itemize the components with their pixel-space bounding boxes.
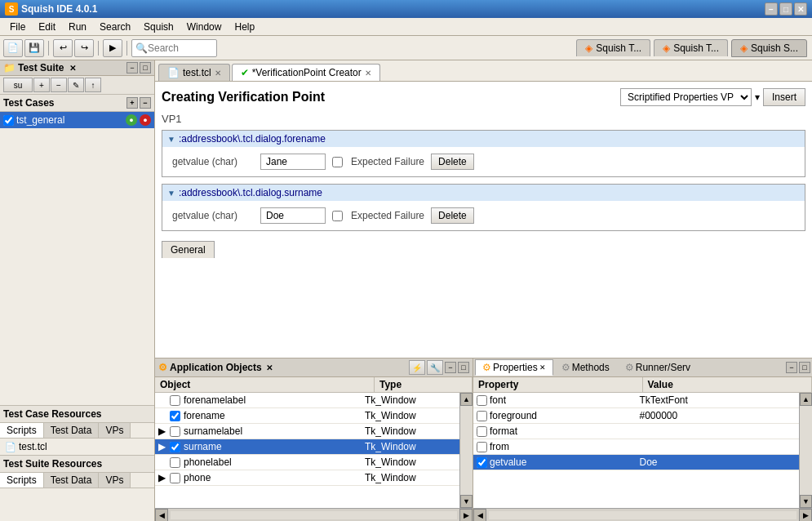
props-row-getvalue[interactable]: getvalue Doe (473, 455, 799, 470)
props-row-format[interactable]: format (473, 424, 799, 439)
menu-squish[interactable]: Squish (137, 20, 180, 34)
props-scroll-right[interactable]: ▶ (799, 509, 812, 522)
insert-button[interactable]: Insert (763, 88, 805, 106)
vp-section-surname-header[interactable]: ▼ :addressbook\.tcl.dialog.surname (162, 185, 805, 201)
ao-scroll-thumb[interactable] (460, 406, 473, 495)
menu-window[interactable]: Window (180, 20, 229, 34)
expand-icon-3[interactable]: ▶ (158, 441, 168, 452)
panel-maximize-btn[interactable]: □ (140, 62, 151, 73)
menu-file[interactable]: File (3, 20, 32, 34)
expand-icon-5[interactable]: ▶ (158, 472, 168, 483)
props-tab-methods[interactable]: ⚙ Methods (554, 359, 617, 376)
ao-scroll-left[interactable]: ◀ (155, 509, 168, 522)
suite-tab-vps[interactable]: VPs (99, 473, 131, 488)
ao-hscroll-thumb[interactable] (171, 511, 457, 519)
ao-check-4[interactable] (170, 457, 180, 468)
props-minimize-btn[interactable]: − (786, 362, 797, 373)
props-row-foreground[interactable]: foreground #000000 (473, 408, 799, 424)
props-row-font[interactable]: font TkTextFont (473, 393, 799, 408)
props-check-getvalue[interactable] (477, 457, 487, 468)
menu-help[interactable]: Help (228, 20, 261, 34)
props-tab-properties[interactable]: ⚙ Properties ✕ (475, 359, 553, 376)
props-check-fg[interactable] (477, 411, 487, 421)
minimize-btn[interactable]: − (765, 2, 778, 16)
props-tab-runner[interactable]: ⚙ Runner/Serv (618, 359, 698, 376)
props-scroll-left[interactable]: ◀ (473, 509, 486, 522)
tab-squish-3[interactable]: ◈ Squish S... (731, 39, 807, 57)
ao-minimize-btn[interactable]: − (445, 362, 456, 373)
run-btn[interactable]: ▶ (103, 39, 122, 57)
new-btn[interactable]: 📄 (3, 39, 23, 57)
ao-row-phonelabel[interactable]: phonelabel Tk_Window (155, 455, 459, 470)
props-row-from[interactable]: from (473, 439, 799, 455)
tc-add-btn[interactable]: + (126, 97, 138, 109)
close-btn[interactable]: ✕ (794, 2, 807, 16)
test-case-item-tst-general[interactable]: tst_general ● ● (0, 112, 154, 128)
ao-scrollbar[interactable]: ▲ ▼ (459, 393, 473, 508)
ao-check-3[interactable] (170, 442, 180, 452)
props-check-font[interactable] (477, 395, 487, 406)
delete-btn-1[interactable]: Delete (431, 207, 474, 224)
props-hscroll-thumb[interactable] (489, 511, 796, 519)
tab-vps[interactable]: VPs (99, 423, 131, 438)
general-tab[interactable]: General (162, 241, 215, 258)
tc-remove-btn[interactable]: − (140, 97, 151, 109)
suite-tab-testdata[interactable]: Test Data (44, 473, 100, 488)
props-check-from[interactable] (477, 442, 487, 452)
test-suite-close[interactable]: ✕ (69, 64, 76, 73)
menu-search[interactable]: Search (93, 20, 137, 34)
edit-btn[interactable]: ✎ (68, 78, 84, 92)
redo-btn[interactable]: ↪ (74, 39, 94, 57)
tab-squish-2[interactable]: ◈ Squish T... (654, 39, 728, 56)
suite-dropdown[interactable]: su (3, 78, 33, 92)
ao-maximize-btn[interactable]: □ (458, 362, 469, 373)
menu-run[interactable]: Run (62, 20, 93, 34)
ao-row-forename[interactable]: forename Tk_Window (155, 408, 459, 424)
tab-test-tcl-close[interactable]: ✕ (215, 69, 221, 78)
ao-row-surname[interactable]: ▶ surname Tk_Window (155, 439, 459, 455)
tab-testdata[interactable]: Test Data (44, 423, 100, 438)
ao-hscrollbar[interactable]: ◀ ▶ (155, 508, 473, 521)
tab-vp-creator[interactable]: ✔ *VerificationPoint Creator ✕ (232, 64, 380, 81)
search-input[interactable] (148, 42, 213, 54)
ao-scroll-up[interactable]: ▲ (460, 393, 473, 406)
ao-close[interactable]: ✕ (266, 363, 273, 372)
props-scroll-thumb[interactable] (800, 406, 812, 495)
props-scroll-up[interactable]: ▲ (800, 393, 812, 406)
ao-check-1[interactable] (170, 411, 180, 421)
ao-scroll-right[interactable]: ▶ (459, 509, 473, 522)
ao-refresh-btn[interactable]: ⚡ (409, 360, 425, 375)
expand-icon-2[interactable]: ▶ (158, 425, 168, 437)
tc-record-btn[interactable]: ● (140, 114, 151, 126)
props-tab-close[interactable]: ✕ (539, 363, 546, 372)
props-check-format[interactable] (477, 426, 487, 437)
save-btn[interactable]: 💾 (24, 39, 44, 57)
ao-check-0[interactable] (170, 395, 180, 406)
add-btn[interactable]: + (33, 78, 50, 92)
ao-scroll-down[interactable]: ▼ (460, 495, 473, 508)
delete-btn-0[interactable]: Delete (431, 154, 474, 170)
panel-minimize-btn[interactable]: − (126, 62, 138, 73)
props-scrollbar[interactable]: ▲ ▼ (799, 393, 812, 508)
search-box[interactable]: 🔍 (131, 39, 217, 57)
ao-row-phone[interactable]: ▶ phone Tk_Window (155, 470, 459, 486)
tab-vp-close[interactable]: ✕ (365, 69, 371, 78)
tab-squish-1[interactable]: ◈ Squish T... (576, 39, 650, 56)
tab-test-tcl[interactable]: 📄 test.tcl ✕ (158, 64, 230, 81)
ao-settings-btn[interactable]: 🔧 (427, 360, 443, 375)
ao-check-5[interactable] (170, 473, 180, 483)
tc-run-btn[interactable]: ● (126, 114, 137, 126)
ao-row-forenamelabel[interactable]: forenamelabel Tk_Window (155, 393, 459, 408)
props-hscrollbar[interactable]: ◀ ▶ (473, 508, 812, 521)
ao-check-2[interactable] (170, 426, 180, 437)
tc-checkbox[interactable] (3, 115, 14, 126)
vp-type-dropdown[interactable]: Scriptified Properties VP (620, 88, 752, 106)
resource-item-test-tcl[interactable]: 📄 test.tcl (3, 440, 151, 453)
props-maximize-btn[interactable]: □ (799, 362, 810, 373)
ao-row-surnamelabel[interactable]: ▶ surnamelabel Tk_Window (155, 424, 459, 439)
vp-section-forename-header[interactable]: ▼ :addressbook\.tcl.dialog.forename (162, 131, 805, 147)
maximize-btn[interactable]: □ (779, 2, 792, 16)
menu-edit[interactable]: Edit (32, 20, 62, 34)
move-up-btn[interactable]: ↑ (85, 78, 101, 92)
suite-tab-scripts[interactable]: Scripts (0, 473, 44, 488)
